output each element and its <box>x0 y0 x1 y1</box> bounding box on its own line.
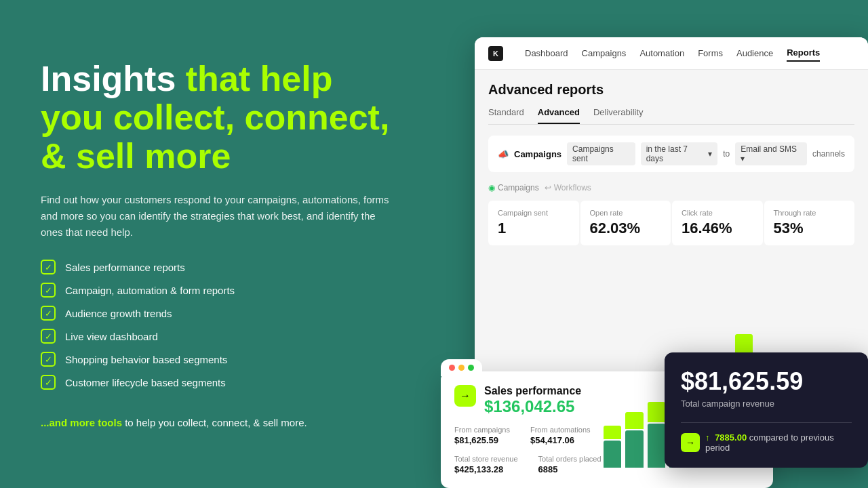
metric-card-click: Click rate 16.46% <box>672 201 763 245</box>
check-icon: ✓ <box>41 260 56 274</box>
feature-item: ✓ Audience growth trends <box>41 306 400 321</box>
tab-standard[interactable]: Standard <box>488 107 524 124</box>
footer-ellipsis: ...and more tools <box>41 417 122 428</box>
filter-campaigns-icon: 📣 <box>498 149 509 159</box>
metric-label-click: Click rate <box>682 209 753 217</box>
up-arrow-icon: ↑ <box>705 432 710 443</box>
check-icon: ✓ <box>41 375 56 390</box>
feature-label: Campaign, automation & form reports <box>65 285 235 296</box>
footer-text: ...and more tools to help you collect, c… <box>41 417 400 428</box>
filter-channel-dropdown[interactable]: Email and SMS ▾ <box>735 142 807 165</box>
tab-advanced[interactable]: Advanced <box>538 107 580 124</box>
total-orders-value: 6885 <box>538 464 601 474</box>
filter-period-dropdown[interactable]: in the last 7 days ▾ <box>641 142 718 165</box>
nav-items: Dashboard Campaigns Automation Forms Aud… <box>525 45 820 62</box>
headline: Insights that helpyou collect, connect,&… <box>41 60 400 176</box>
check-icon: ✓ <box>41 352 56 367</box>
revenue-icon: → <box>681 433 700 452</box>
bar-dark <box>648 424 665 468</box>
bar-group <box>648 402 665 468</box>
nav-item-dashboard[interactable]: Dashboard <box>525 45 568 61</box>
metric-value-click: 16.46% <box>682 220 753 237</box>
from-automations-label: From automations <box>530 426 591 434</box>
campaigns-sub-label: Campaigns <box>498 183 539 192</box>
revenue-change: ↑ 7885.00 compared to previous period <box>705 432 852 453</box>
revenue-footer: → ↑ 7885.00 compared to previous period <box>681 432 852 453</box>
bar-light <box>625 412 643 429</box>
metric-value-open: 62.03% <box>590 220 662 237</box>
revenue-label: Total campaign revenue <box>681 399 852 409</box>
metric-card-open: Open rate 62.03% <box>580 201 671 245</box>
revenue-divider <box>681 422 852 423</box>
metric-card-through: Through rate 53% <box>764 201 855 245</box>
bar-dark <box>625 430 643 468</box>
sales-title: Sales performance <box>484 385 581 397</box>
feature-label: Customer lifecycle based segments <box>65 377 226 388</box>
feature-item: ✓ Campaign, automation & form reports <box>41 283 400 298</box>
feature-label: Shopping behavior based segments <box>65 354 227 365</box>
revenue-card: $81,625.59 Total campaign revenue → ↑ 78… <box>665 352 868 468</box>
filter-campaigns-label: Campaigns <box>514 149 561 159</box>
filter-sent[interactable]: Campaigns sent <box>567 142 635 165</box>
check-icon: ✓ <box>41 329 56 344</box>
reports-card: K Dashboard Campaigns Automation Forms A… <box>475 37 868 407</box>
bar-light <box>648 402 665 422</box>
total-store-value: $425,133.28 <box>454 464 518 474</box>
reports-title: Advanced reports <box>488 82 854 98</box>
feature-label: Live view dashboard <box>65 331 158 342</box>
reports-content: Advanced reports Standard Advanced Deliv… <box>475 70 868 258</box>
metric-label-through: Through rate <box>774 209 846 217</box>
from-automations-value: $54,417.06 <box>530 435 591 445</box>
bar-dark <box>604 441 621 468</box>
change-amount: 7885.00 <box>715 432 747 443</box>
nav-logo: K <box>488 46 503 61</box>
nav-item-audience[interactable]: Audience <box>736 45 773 61</box>
left-panel: Insights that helpyou collect, connect,&… <box>0 0 441 488</box>
subtext: Find out how your customers respond to y… <box>41 192 400 241</box>
window-controls <box>441 359 482 376</box>
revenue-amount: $81,625.59 <box>681 367 852 396</box>
nav-item-automation[interactable]: Automation <box>639 45 684 61</box>
filter-row: 📣 Campaigns Campaigns sent in the last 7… <box>488 136 854 172</box>
from-campaigns-value: $81,625.59 <box>454 435 510 445</box>
total-orders-label: Total orders placed <box>538 455 601 463</box>
tab-deliverability[interactable]: Deliverability <box>593 107 644 124</box>
feature-label: Audience growth trends <box>65 308 172 319</box>
metric-value-through: 53% <box>774 220 846 237</box>
bar-group <box>604 426 621 468</box>
footer-rest: to help you collect, connect, & sell mor… <box>125 417 307 428</box>
feature-label: Sales performance reports <box>65 262 185 273</box>
metric-value-sent: 1 <box>498 220 570 237</box>
sales-total: $136,042.65 <box>484 397 581 416</box>
metric-label-sent: Campaign sent <box>498 209 570 217</box>
feature-item: ✓ Shopping behavior based segments <box>41 352 400 367</box>
reports-tabs: Standard Advanced Deliverability <box>488 107 854 125</box>
nav-item-forms[interactable]: Forms <box>698 45 723 61</box>
bar-light <box>604 426 621 439</box>
filter-channels-label: channels <box>812 149 845 159</box>
reports-nav: K Dashboard Campaigns Automation Forms A… <box>475 37 868 70</box>
workflows-sub-label[interactable]: Workflows <box>554 183 591 192</box>
check-icon: ✓ <box>41 283 56 298</box>
total-store-label: Total store revenue <box>454 455 518 463</box>
check-icon: ✓ <box>41 306 56 321</box>
filter-to: to <box>723 149 730 159</box>
nav-item-campaigns[interactable]: Campaigns <box>582 45 627 61</box>
metric-card-sent: Campaign sent 1 <box>488 201 579 245</box>
bar-group <box>625 412 643 468</box>
nav-item-reports[interactable]: Reports <box>787 45 820 62</box>
right-panel: K Dashboard Campaigns Automation Forms A… <box>441 0 868 488</box>
metric-label-open: Open rate <box>590 209 662 217</box>
sales-icon: → <box>454 385 476 407</box>
feature-item: ✓ Customer lifecycle based segments <box>41 375 400 390</box>
from-campaigns-label: From campaigns <box>454 426 510 434</box>
metrics-row: Campaign sent 1 Open rate 62.03% Click r… <box>488 201 854 245</box>
feature-item: ✓ Live view dashboard <box>41 329 400 344</box>
headline-white: Insights <box>41 59 176 98</box>
feature-list: ✓ Sales performance reports ✓ Campaign, … <box>41 260 400 398</box>
feature-item: ✓ Sales performance reports <box>41 260 400 274</box>
sub-filter-row: ◉ Campaigns ↩ Workflows <box>488 183 854 192</box>
